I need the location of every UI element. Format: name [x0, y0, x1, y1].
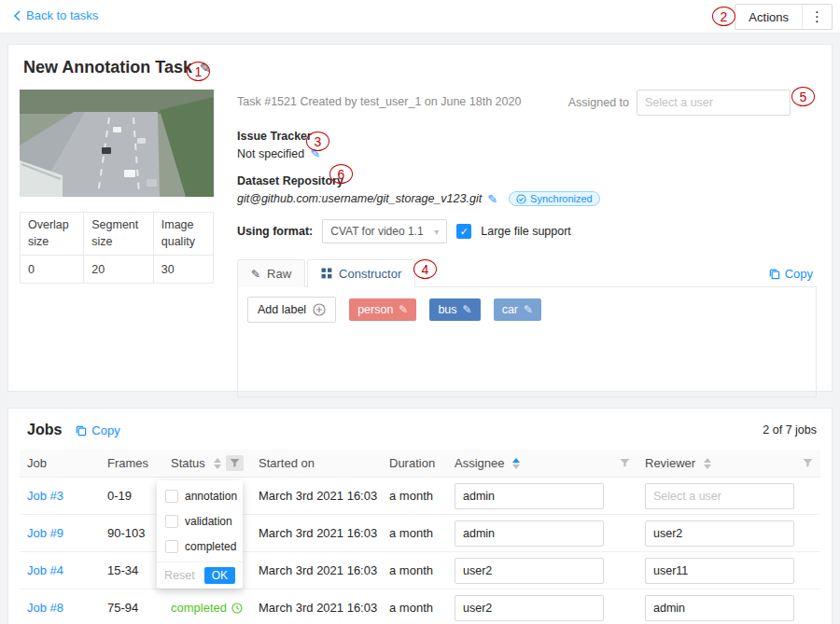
reviewer-input[interactable]: [645, 558, 794, 584]
labels-constructor-panel: Add label person ✎ bus ✎ car ✎: [237, 287, 817, 397]
completed-checkbox[interactable]: [165, 540, 178, 553]
duration-cell: a month: [382, 489, 447, 503]
status-filter-dropdown: annotation validation completed Reset OK: [157, 480, 243, 589]
format-select[interactable]: CVAT for video 1.1 ▾: [322, 219, 447, 243]
edit-repository-icon[interactable]: ✎: [487, 192, 497, 206]
duration-cell: a month: [382, 563, 447, 577]
dataset-repository-field: Dataset Repository git@github.com:userna…: [237, 174, 817, 206]
assignee-input[interactable]: [455, 595, 604, 621]
filter-option-validation[interactable]: validation: [157, 508, 243, 534]
job-link[interactable]: Job #9: [27, 526, 63, 540]
chevron-down-icon: ▾: [434, 227, 439, 237]
assignee-input[interactable]: [455, 558, 604, 584]
completed-status-icon: [231, 603, 243, 614]
jobs-card: Jobs Copy 2 of 7 jobs Job Frames Status …: [7, 408, 833, 624]
edit-title-icon[interactable]: ✎: [200, 61, 211, 76]
assigned-to-label: Assigned to: [568, 96, 629, 109]
actions-label: Actions: [735, 5, 802, 29]
using-format-label: Using format:: [237, 225, 313, 238]
validation-checkbox[interactable]: [165, 515, 178, 528]
assignee-input[interactable]: [455, 483, 604, 509]
actions-button[interactable]: Actions ⋮: [735, 4, 833, 30]
job-link[interactable]: Job #4: [27, 563, 63, 577]
column-reviewer[interactable]: Reviewer: [637, 456, 820, 470]
label-chip-bus[interactable]: bus ✎: [429, 298, 480, 321]
started-cell: March 3rd 2021 16:03: [251, 601, 382, 615]
task-left-column: Overlap size Segment size Image quality …: [20, 90, 214, 284]
jobs-copy-button[interactable]: Copy: [75, 423, 119, 437]
status-cell-completed: completed: [163, 601, 251, 615]
column-frames: Frames: [100, 456, 163, 470]
reviewer-filter-icon[interactable]: [803, 458, 813, 468]
add-label-button[interactable]: Add label: [247, 297, 336, 323]
assigned-to-group: Assigned to: [568, 90, 791, 116]
job-link[interactable]: Job #3: [27, 489, 63, 503]
check-circle-icon: [516, 194, 526, 204]
job-row-4: Job #4 15-34 March 3rd 2021 16:03 a mont…: [20, 552, 820, 589]
param-header-overlap: Overlap size: [21, 213, 84, 256]
jobs-copy-label: Copy: [91, 423, 119, 437]
filter-option-completed[interactable]: completed: [157, 534, 243, 559]
plus-circle-icon: [313, 303, 326, 316]
format-select-value: CVAT for video 1.1: [330, 225, 423, 238]
reviewer-input[interactable]: [645, 520, 794, 547]
dataset-repository-url[interactable]: git@github.com:username/git_storage_v123…: [237, 192, 482, 205]
job-row-3: Job #3 0-19 March 3rd 2021 16:03 a month: [20, 478, 820, 515]
param-header-segment: Segment size: [84, 213, 154, 256]
task-right-column: Task #1521 Created by test_user_1 on Jun…: [237, 90, 817, 397]
issue-tracker-field: Issue Tracker Not specified ✎: [237, 130, 817, 160]
assignee-input[interactable]: [455, 520, 604, 547]
filter-ok-button[interactable]: OK: [204, 567, 235, 584]
jobs-title: Jobs: [27, 422, 62, 438]
edit-label-person-icon[interactable]: ✎: [399, 303, 408, 316]
job-row-8: Job #8 75-94 completed March 3rd 2021 16…: [20, 589, 820, 624]
tab-raw[interactable]: ✎ Raw: [237, 259, 305, 287]
edit-label-bus-icon[interactable]: ✎: [463, 303, 472, 316]
jobs-table-header: Job Frames Status Started on Duration As…: [20, 450, 820, 478]
format-row: Using format: CVAT for video 1.1 ▾ ✓ Lar…: [237, 219, 817, 243]
assignee-select-input[interactable]: [637, 90, 791, 116]
back-link-label: Back to tasks: [26, 8, 98, 22]
task-meta: Task #1521 Created by test_user_1 on Jun…: [237, 90, 521, 108]
constructor-blocks-icon: [321, 268, 332, 279]
status-filter-icon[interactable]: [226, 455, 244, 471]
started-cell: March 3rd 2021 16:03: [251, 563, 382, 577]
assignee-sort-icon[interactable]: [512, 458, 520, 469]
edit-label-car-icon[interactable]: ✎: [524, 303, 533, 316]
more-menu-icon[interactable]: ⋮: [802, 5, 832, 29]
reviewer-sort-icon[interactable]: [704, 458, 711, 469]
reviewer-input[interactable]: [645, 483, 794, 509]
job-row-9: Job #9 90-103 March 3rd 2021 16:03 a mon…: [20, 515, 820, 552]
frames-cell: 90-103: [100, 526, 163, 540]
label-chip-car-name: car: [502, 303, 518, 316]
filter-reset-button[interactable]: Reset: [164, 569, 195, 582]
duration-cell: a month: [382, 601, 447, 615]
param-value-segment: 20: [84, 256, 154, 284]
back-to-tasks-link[interactable]: Back to tasks: [13, 8, 98, 22]
large-file-support-checkbox[interactable]: ✓: [456, 224, 471, 239]
labels-tabs: ✎ Raw Constructor Copy: [237, 258, 817, 287]
column-assignee[interactable]: Assignee: [447, 456, 637, 470]
labels-copy-button[interactable]: Copy: [768, 267, 813, 281]
label-chip-car[interactable]: car ✎: [494, 298, 541, 321]
task-title: New Annotation Task: [23, 58, 192, 77]
large-file-support-label: Large file support: [481, 225, 571, 238]
label-chip-person[interactable]: person ✎: [349, 298, 416, 321]
tab-constructor[interactable]: Constructor: [307, 259, 415, 287]
job-link[interactable]: Job #8: [27, 601, 63, 615]
edit-issue-tracker-icon[interactable]: ✎: [310, 146, 320, 160]
frames-cell: 75-94: [100, 601, 163, 615]
status-sort-icon[interactable]: [214, 458, 221, 469]
filter-option-annotation[interactable]: annotation: [157, 483, 243, 508]
tab-constructor-label: Constructor: [339, 267, 401, 281]
started-cell: March 3rd 2021 16:03: [251, 526, 382, 540]
assignee-filter-icon[interactable]: [620, 458, 630, 468]
issue-tracker-label: Issue Tracker: [237, 130, 817, 143]
sync-status-badge: Synchronized: [509, 191, 600, 206]
labels-copy-label: Copy: [785, 267, 813, 281]
column-duration: Duration: [382, 456, 447, 470]
duration-cell: a month: [382, 526, 447, 540]
reviewer-input[interactable]: [645, 595, 794, 621]
column-status[interactable]: Status: [163, 455, 251, 471]
annotation-checkbox[interactable]: [165, 490, 178, 503]
